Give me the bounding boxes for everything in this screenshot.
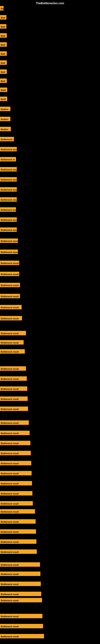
- bar-label: Bottl: [0, 88, 7, 92]
- bar-label: Bottleneck result: [0, 509, 35, 514]
- bar-item: Bottleneck result: [0, 331, 26, 335]
- bar-label: Bottleneck result: [0, 614, 42, 618]
- bar-item: Bottleneck result: [0, 441, 30, 445]
- bar-item: Bott: [0, 51, 7, 56]
- bar-item: Bottleneck result: [0, 634, 44, 638]
- bar-label: Bottleneck resu: [0, 147, 17, 151]
- bar-item: Bottleneck result: [0, 420, 29, 425]
- bar-item: Bott: [0, 70, 7, 74]
- bar-item: Bottleneck result: [0, 177, 17, 182]
- bar-label: Bottleneck result: [0, 481, 32, 486]
- bar-item: Bottleneck result: [0, 461, 31, 465]
- bar-item: Bottleneck result: [0, 167, 17, 172]
- bar-label: Bottleneck result: [0, 406, 28, 411]
- bar-label: Bottleneck result: [0, 294, 20, 298]
- bar-label: Bottleneck result: [0, 250, 18, 254]
- bar-label: Bott: [0, 60, 7, 65]
- bar-item: Bottleneck result: [0, 340, 24, 344]
- bar-label: Bottleneck result: [0, 461, 31, 465]
- bar-item: Bo: [0, 6, 3, 10]
- bar-item: Bottleneck result: [0, 366, 26, 371]
- bar-item: Bottleneck result: [0, 228, 17, 232]
- bar-item: Bottleneck result: [0, 197, 17, 202]
- bar-label: Bott: [0, 51, 7, 56]
- bar-label: Bottleneck re: [0, 157, 16, 162]
- bar-label: Bott: [0, 70, 7, 74]
- bar-item: Bott: [0, 60, 7, 65]
- bar-item: Bottleneck result: [0, 451, 31, 455]
- bar-label: Bottleneck result: [0, 396, 28, 401]
- bar-label: Bottl: [0, 96, 7, 101]
- bar-item: Bottleneck result: [0, 481, 32, 486]
- bar-item: Bottleneck result: [0, 406, 28, 411]
- bar-item: Bottleneck re: [0, 157, 16, 162]
- bar-item: Bott: [0, 33, 7, 38]
- bar-label: Bottleneck result: [0, 283, 20, 287]
- bar-item: Bottleneck result: [0, 386, 27, 391]
- bar-label: Bottleneck result: [0, 598, 42, 602]
- bar-label: Bottleneck result: [0, 331, 26, 335]
- bar-item: Bottl: [0, 96, 7, 101]
- bar-label: Bottleneck result: [0, 228, 17, 232]
- bar-label: Bo: [0, 6, 3, 10]
- bar-item: Bottleneck result: [0, 562, 40, 567]
- bar-label: Bottleneck result: [0, 562, 40, 567]
- bar-label: Bottleneck result: [0, 539, 36, 544]
- bar-label: Bottlen: [0, 107, 10, 111]
- bar-item: Bottleneck result: [0, 376, 27, 381]
- bar-label: Bottleneck result: [0, 376, 27, 381]
- bar-item: Bottleneck result: [0, 272, 19, 276]
- bar-label: Bott: [0, 15, 6, 20]
- bar-label: Bottleneck result: [0, 272, 19, 276]
- bar-label: Bottleneck result: [0, 167, 17, 172]
- bar-item: Bottlen: [0, 127, 11, 131]
- bar-label: Bottleneck result: [0, 420, 29, 425]
- bar-item: Bottleneck result: [0, 491, 32, 496]
- bar-label: Bott: [0, 33, 7, 38]
- bar-label: Bottleneck result: [0, 431, 30, 435]
- bar-label: Bottleneck result: [0, 572, 40, 576]
- bar-label: Bottleneck result: [0, 187, 17, 192]
- bar-label: Bottleneck resu: [0, 207, 16, 212]
- bar-item: Bottlen: [0, 107, 10, 111]
- bar-label: Bottleneck result: [0, 624, 43, 628]
- bar-label: Bott: [0, 42, 7, 47]
- bar-item: Bottleneck result: [0, 624, 43, 628]
- bar-item: Bottleneck result: [0, 305, 22, 309]
- bar-label: Bottleneck result: [0, 217, 17, 222]
- bar-item: Bottleneck result: [0, 592, 41, 596]
- bar-label: Bottleneck result: [0, 197, 17, 202]
- bar-item: Bottleneck result: [0, 529, 36, 534]
- bar-label: Bottleneck result: [0, 349, 25, 354]
- bar-item: Bottlen: [0, 117, 10, 121]
- bar-label: Bottleneck r: [0, 137, 14, 141]
- bar-label: Bottleneck result: [0, 316, 22, 320]
- bar-item: Bottleneck result: [0, 238, 18, 243]
- bar-item: Bottl: [0, 88, 7, 92]
- bar-item: Bottleneck result: [0, 519, 36, 524]
- bar-item: Bott: [0, 78, 7, 83]
- bar-item: Bottleneck result: [0, 294, 20, 298]
- bar-item: Bottleneck result: [0, 501, 33, 506]
- bar-label: Bott: [0, 24, 6, 28]
- bar-label: Bottlen: [0, 127, 11, 131]
- bar-item: Bottleneck result: [0, 187, 17, 192]
- bar-label: Bottleneck result: [0, 305, 22, 309]
- bar-label: Bottleneck result: [0, 441, 30, 445]
- bar-item: Bottleneck result: [0, 572, 40, 576]
- bar-item: Bottleneck result: [0, 431, 30, 435]
- bar-label: Bottleneck result: [0, 177, 17, 182]
- bar-label: Bottleneck result: [0, 366, 26, 371]
- bar-label: Bott: [0, 78, 7, 83]
- bar-item: Bottleneck result: [0, 250, 18, 254]
- site-title: TheBottlenecker.com: [36, 2, 64, 5]
- bar-item: Bottleneck r: [0, 137, 14, 141]
- bar-label: Bottleneck result: [0, 634, 44, 638]
- bar-label: Bottleneck result: [0, 550, 37, 554]
- bar-label: Bottleneck result: [0, 582, 41, 586]
- bar-label: Bottleneck result: [0, 451, 31, 455]
- bar-item: Bottleneck result: [0, 598, 42, 602]
- bar-label: Bottleneck result: [0, 471, 32, 475]
- bar-item: Bottleneck result: [0, 396, 28, 401]
- bar-label: Bottleneck result: [0, 501, 33, 506]
